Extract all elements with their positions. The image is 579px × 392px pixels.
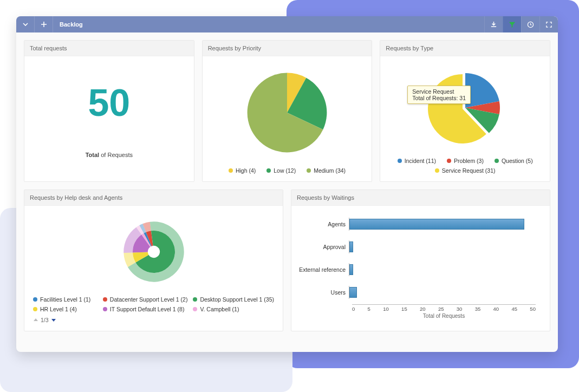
bar-row: Users [299,282,536,303]
pager-down-icon [51,317,56,323]
bar-category-label: Approval [299,244,349,250]
chevron-down-button[interactable] [16,16,35,32]
legend-label: Incident (11) [405,158,436,164]
axis-tick: 15 [401,306,407,312]
legend-dot [447,159,451,163]
card-title: Requests by Type [380,41,550,56]
pager-up-icon [33,317,38,323]
card-total-requests: Total requests 50 Total of Requests [24,40,194,182]
card-requests-by-priority: Requests by Priority High (4)Low (12)Med… [202,40,373,182]
card-title: Total requests [24,41,194,56]
legend-item[interactable]: Datacenter Support Level 1 (2) [103,296,188,303]
card-requests-by-waitings: Requests by Waitings AgentsApprovalExter… [291,190,550,331]
card-title: Requests by Help desk and Agents [24,190,283,206]
app-window: Backlog Total requests 50 Total of Reque… [16,16,558,352]
download-button[interactable] [484,16,503,32]
card-title: Requests by Priority [203,41,372,56]
legend-dot [495,159,499,163]
legend-label: Datacenter Support Level 1 (2) [110,296,188,303]
history-button[interactable] [521,16,539,32]
legend-dot [103,307,107,311]
legend-item[interactable]: Question (5) [495,158,533,164]
legend-label: Desktop Support Level 1 (35) [200,296,274,303]
toolbar: Backlog [16,16,558,32]
axis-tick: 45 [511,306,517,312]
dashboard-content: Total requests 50 Total of Requests Requ… [16,32,558,339]
bar-track [349,218,536,231]
bar-fill[interactable] [349,287,357,298]
total-requests-value: 50 [28,81,191,125]
legend-item[interactable]: Low (12) [266,167,296,174]
legend-dot [307,168,311,173]
legend-item[interactable]: Desktop Support Level 1 (35) [193,296,274,303]
axis-tick: 25 [438,306,444,312]
add-button[interactable] [35,16,53,32]
fullscreen-icon [545,21,552,28]
fullscreen-button[interactable] [539,16,558,32]
axis-tick: 10 [383,306,389,312]
total-requests-label: Total of Requests [28,152,191,158]
axis-tick: 30 [457,306,463,312]
card-requests-by-helpdesk: Requests by Help desk and Agents Facilit… [24,190,283,331]
type-legend: Incident (11)Problem (3)Question (5)Serv… [383,155,547,178]
legend-label: V. Campbell (1) [200,306,239,312]
legend-dot [266,168,271,173]
legend-item[interactable]: Facilities Level 1 (1) [33,296,97,303]
type-pie-chart [383,60,547,155]
legend-item[interactable]: V. Campbell (1) [193,306,274,312]
helpdesk-legend: Facilities Level 1 (1)Datacenter Support… [28,294,279,317]
legend-label: Low (12) [274,167,296,174]
priority-pie-chart [206,60,369,165]
legend-label: High (4) [236,167,256,174]
legend-dot [435,168,439,173]
bar-category-label: Users [299,289,349,296]
legend-item[interactable]: Medium (34) [307,167,346,174]
axis-tick: 40 [493,306,499,312]
legend-item[interactable]: IT Support Default Level 1 (8) [103,306,188,312]
bar-x-axis-title: Total of Requests [352,313,536,319]
legend-item[interactable]: Incident (11) [398,158,436,164]
axis-tick: 0 [352,306,355,312]
bar-category-label: External reference [299,266,349,273]
legend-dot [193,297,197,302]
legend-dot [33,297,37,302]
bar-fill[interactable] [349,264,353,275]
bar-row: External reference [299,259,536,280]
priority-legend: High (4)Low (12)Medium (34) [206,165,369,178]
legend-dot [193,307,197,311]
legend-label: Problem (3) [454,158,484,164]
legend-label: Question (5) [502,158,533,164]
legend-dot [103,297,107,302]
legend-label: HR Level 1 (4) [40,306,77,312]
filter-button[interactable] [503,16,521,32]
pager-text: 1/3 [41,317,49,323]
axis-tick: 20 [420,306,426,312]
legend-label: Facilities Level 1 (1) [40,296,90,303]
bar-category-label: Agents [299,221,349,227]
axis-tick: 50 [530,306,536,312]
bar-fill[interactable] [349,219,524,230]
legend-item[interactable]: Service Request (31) [435,167,496,174]
legend-item[interactable]: High (4) [229,167,256,174]
bar-fill[interactable] [349,241,353,252]
card-title: Requests by Waitings [291,190,550,206]
card-requests-by-type: Requests by Type Incident (11)Problem (3… [380,40,550,182]
legend-label: Service Request (31) [442,167,496,174]
legend-item[interactable]: Problem (3) [447,158,484,164]
bar-row: Approval [299,236,536,258]
bar-row: Agents [299,213,536,235]
clock-icon [527,21,534,28]
bar-track [349,263,536,276]
toolbar-title: Backlog [53,16,89,32]
legend-item[interactable]: HR Level 1 (4) [33,306,97,312]
legend-dot [229,168,233,173]
helpdesk-donut-chart [28,209,279,294]
legend-pager[interactable]: 1/3 [28,317,279,328]
legend-dot [33,307,37,311]
legend-label: Medium (34) [314,167,346,174]
download-icon [490,21,497,28]
axis-tick: 35 [475,306,481,312]
bar-track [349,240,536,253]
filter-icon [509,21,516,28]
axis-tick: 5 [368,306,370,312]
